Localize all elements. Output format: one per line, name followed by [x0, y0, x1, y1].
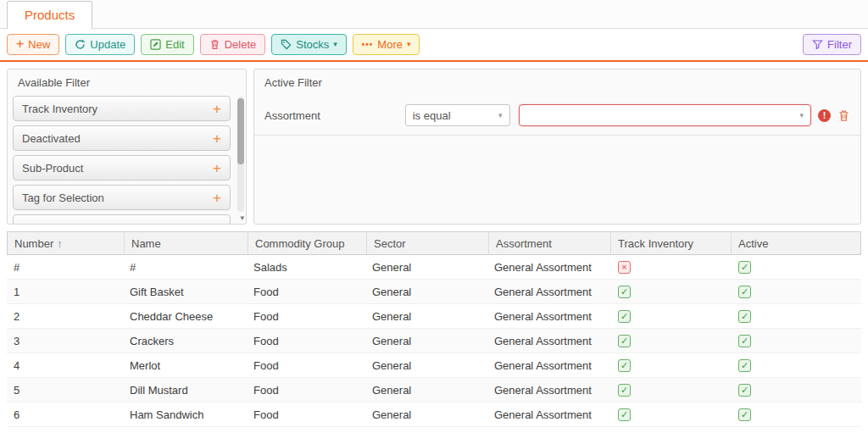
new-button[interactable]: + New	[7, 34, 59, 55]
table-cell: 5	[7, 384, 123, 397]
update-button-label: Update	[90, 38, 125, 51]
table-cell: Food	[247, 384, 365, 397]
edit-button-label: Edit	[165, 38, 184, 51]
operator-value: is equal	[413, 109, 451, 122]
edit-button[interactable]: Edit	[141, 34, 193, 55]
available-filter-item[interactable]: +	[13, 214, 231, 225]
filter-button[interactable]: Filter	[803, 34, 861, 55]
table-body: ##SaladsGeneralGeneral Assortment×✓1Gift…	[7, 255, 861, 427]
table-cell: #	[123, 261, 247, 274]
checkbox-cell: ✓	[609, 309, 730, 323]
column-header[interactable]: Sector	[366, 232, 488, 254]
delete-button-label: Delete	[225, 38, 257, 51]
table-row[interactable]: ##SaladsGeneralGeneral Assortment×✓	[7, 255, 861, 280]
checkbox-cell: ✓	[609, 334, 730, 347]
scroll-down-icon[interactable]: ▾	[240, 214, 244, 222]
tab-products[interactable]: Products	[7, 1, 92, 29]
plus-icon: +	[16, 37, 24, 51]
check-icon: ✓	[618, 286, 631, 298]
chevron-down-icon[interactable]: ▾	[799, 112, 804, 119]
filter-item-label: Tag for Selection	[22, 192, 104, 204]
table-cell: General	[365, 335, 487, 347]
checkbox-cell: ✓	[609, 408, 730, 421]
add-filter-icon[interactable]: +	[213, 161, 221, 175]
table-cell: General Assortment	[487, 408, 609, 421]
check-icon: ✓	[618, 335, 631, 347]
filter-item-label: Deactivated	[22, 132, 81, 145]
table-cell: General Assortment	[487, 335, 609, 347]
table-cell: General Assortment	[487, 384, 609, 397]
table-row[interactable]: 5Dill MustardFoodGeneralGeneral Assortme…	[7, 378, 861, 402]
column-header[interactable]: Number↑	[8, 232, 124, 254]
table-cell: General	[365, 359, 487, 372]
stocks-button[interactable]: Stocks ▾	[271, 34, 347, 55]
add-filter-icon[interactable]: +	[213, 220, 221, 225]
more-button[interactable]: ••• More ▾	[353, 34, 420, 55]
update-button[interactable]: Update	[65, 34, 135, 55]
products-table: Number↑NameCommodity GroupSectorAssortme…	[7, 231, 861, 427]
table-cell: General Assortment	[487, 261, 609, 274]
delete-button[interactable]: Delete	[200, 34, 266, 55]
add-filter-icon[interactable]: +	[213, 191, 221, 205]
table-row[interactable]: 1Gift BasketFoodGeneralGeneral Assortmen…	[7, 280, 861, 304]
available-filter-title: Available Filter	[8, 69, 246, 96]
column-header-label: Assortment	[496, 237, 552, 250]
chevron-down-icon: ▾	[333, 41, 337, 48]
add-filter-icon[interactable]: +	[213, 131, 221, 146]
sort-asc-icon: ↑	[57, 237, 63, 250]
table-cell: General Assortment	[487, 359, 609, 372]
edit-icon	[150, 39, 161, 50]
checkbox-cell: ×	[609, 260, 730, 274]
table-row[interactable]: 6Ham SandwichFoodGeneralGeneral Assortme…	[7, 402, 861, 427]
table-cell: General	[365, 408, 487, 421]
operator-select[interactable]: is equal ▾	[405, 104, 510, 126]
tab-bar: Products	[0, 0, 868, 29]
scrollbar-thumb[interactable]	[237, 98, 244, 164]
available-filter-item[interactable]: Deactivated +	[13, 125, 231, 151]
assortment-value-combobox[interactable]: ▾	[519, 104, 811, 126]
column-header[interactable]: Assortment	[488, 232, 610, 254]
check-icon: ✓	[738, 384, 751, 397]
checkbox-cell: ✓	[609, 285, 730, 298]
filter-field-label: Assortment	[264, 109, 405, 122]
toolbar: + New Update Edit Delete Stocks ▾ ••• Mo…	[0, 29, 868, 62]
column-header[interactable]: Active	[731, 232, 860, 254]
table-row[interactable]: 3CrackersFoodGeneralGeneral Assortment✓✓	[7, 329, 861, 353]
table-cell: Salads	[247, 261, 365, 274]
column-header[interactable]: Track Inventory	[610, 232, 731, 254]
table-cell: General	[365, 310, 487, 323]
table-row[interactable]: 4MerlotFoodGeneralGeneral Assortment✓✓	[7, 353, 861, 378]
table-cell: #	[7, 261, 123, 274]
column-header-label: Number	[14, 237, 53, 250]
add-filter-icon[interactable]: +	[213, 102, 221, 116]
checkbox-cell: ✓	[730, 383, 861, 397]
table-cell: General	[365, 384, 487, 397]
active-filter-title: Active Filter	[254, 69, 860, 96]
refresh-icon	[75, 39, 86, 50]
column-header[interactable]: Commodity Group	[248, 232, 366, 254]
table-cell: General	[365, 261, 487, 274]
table-row[interactable]: 2Cheddar CheeseFoodGeneralGeneral Assort…	[7, 304, 861, 329]
available-filter-list: Track Inventory + Deactivated + Sub-Prod…	[8, 96, 246, 225]
column-header[interactable]: Name	[124, 232, 248, 254]
cross-icon: ×	[618, 261, 631, 274]
column-header-label: Track Inventory	[618, 237, 693, 250]
filter-item-label: Track Inventory	[22, 103, 97, 115]
filter-button-label: Filter	[827, 38, 852, 51]
more-button-label: More	[377, 38, 403, 51]
table-cell: Ham Sandwich	[123, 408, 247, 421]
remove-filter-trash-icon[interactable]	[837, 109, 850, 122]
checkbox-cell: ✓	[609, 383, 730, 397]
table-cell: Food	[247, 286, 365, 298]
available-filter-item[interactable]: Sub-Product +	[13, 155, 231, 180]
available-filter-item[interactable]: Track Inventory +	[13, 96, 231, 121]
funnel-icon	[812, 39, 823, 50]
tab-label: Products	[25, 8, 75, 22]
scrollbar-track[interactable]	[237, 97, 244, 212]
check-icon: ✓	[618, 359, 631, 372]
check-icon: ✓	[738, 286, 751, 298]
check-icon: ✓	[738, 335, 751, 347]
table-cell: Food	[247, 335, 365, 347]
available-filter-item[interactable]: Tag for Selection +	[13, 185, 231, 210]
table-cell: Gift Basket	[123, 286, 247, 298]
